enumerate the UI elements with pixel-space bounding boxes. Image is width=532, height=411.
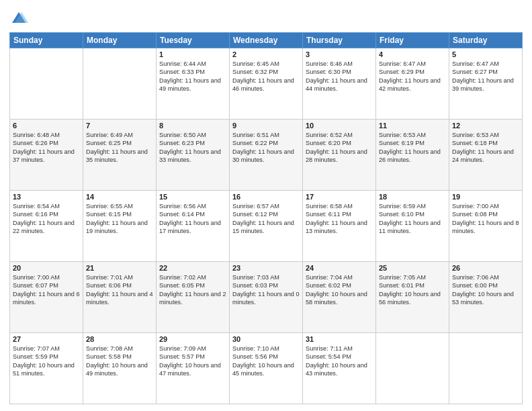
day-number: 15 [159, 193, 226, 201]
calendar-cell: 10Sunrise: 6:52 AM Sunset: 6:20 PM Dayli… [303, 120, 376, 191]
day-number: 6 [13, 122, 80, 130]
cell-info: Sunrise: 7:08 AM Sunset: 5:58 PM Dayligh… [86, 345, 153, 378]
calendar-cell [83, 48, 157, 120]
cell-info: Sunrise: 6:50 AM Sunset: 6:23 PM Dayligh… [159, 131, 226, 165]
cell-info: Sunrise: 6:44 AM Sunset: 6:33 PM Dayligh… [159, 60, 226, 93]
calendar-cell: 18Sunrise: 6:59 AM Sunset: 6:10 PM Dayli… [376, 191, 449, 262]
cell-info: Sunrise: 6:47 AM Sunset: 6:29 PM Dayligh… [379, 60, 446, 93]
calendar-cell: 20Sunrise: 7:00 AM Sunset: 6:07 PM Dayli… [10, 262, 83, 333]
cell-info: Sunrise: 6:51 AM Sunset: 6:22 PM Dayligh… [232, 131, 300, 165]
day-number: 28 [86, 335, 153, 343]
day-number: 26 [452, 264, 519, 272]
cell-info: Sunrise: 6:56 AM Sunset: 6:14 PM Dayligh… [159, 202, 226, 236]
day-number: 17 [306, 193, 373, 201]
cell-info: Sunrise: 6:53 AM Sunset: 6:18 PM Dayligh… [452, 131, 519, 165]
day-number: 24 [306, 264, 373, 272]
day-number: 11 [379, 122, 446, 130]
cell-info: Sunrise: 6:52 AM Sunset: 6:20 PM Dayligh… [306, 131, 373, 165]
calendar-week-4: 20Sunrise: 7:00 AM Sunset: 6:07 PM Dayli… [10, 262, 523, 333]
day-number: 1 [159, 50, 226, 58]
day-header-friday: Friday [376, 33, 449, 48]
calendar-table: SundayMondayTuesdayWednesdayThursdayFrid… [9, 32, 523, 404]
calendar-cell: 15Sunrise: 6:56 AM Sunset: 6:14 PM Dayli… [157, 191, 230, 262]
cell-info: Sunrise: 7:10 AM Sunset: 5:56 PM Dayligh… [232, 345, 300, 378]
cell-info: Sunrise: 7:09 AM Sunset: 5:57 PM Dayligh… [159, 345, 226, 378]
calendar-cell: 27Sunrise: 7:07 AM Sunset: 5:59 PM Dayli… [10, 333, 83, 404]
calendar-week-2: 6Sunrise: 6:48 AM Sunset: 6:26 PM Daylig… [10, 120, 523, 191]
cell-info: Sunrise: 6:59 AM Sunset: 6:10 PM Dayligh… [379, 202, 446, 236]
calendar-cell: 3Sunrise: 6:46 AM Sunset: 6:30 PM Daylig… [303, 48, 376, 120]
logo-icon [9, 9, 28, 28]
calendar-cell: 19Sunrise: 7:00 AM Sunset: 6:08 PM Dayli… [449, 191, 523, 262]
calendar-cell: 9Sunrise: 6:51 AM Sunset: 6:22 PM Daylig… [230, 120, 303, 191]
calendar-cell: 30Sunrise: 7:10 AM Sunset: 5:56 PM Dayli… [230, 333, 303, 404]
calendar-cell: 31Sunrise: 7:11 AM Sunset: 5:54 PM Dayli… [303, 333, 376, 404]
calendar-cell: 12Sunrise: 6:53 AM Sunset: 6:18 PM Dayli… [449, 120, 523, 191]
day-number: 18 [379, 193, 446, 201]
day-header-monday: Monday [83, 33, 157, 48]
cell-info: Sunrise: 7:11 AM Sunset: 5:54 PM Dayligh… [306, 345, 373, 378]
day-header-sunday: Sunday [10, 33, 83, 48]
day-number: 9 [232, 122, 300, 130]
cell-info: Sunrise: 6:55 AM Sunset: 6:15 PM Dayligh… [86, 202, 153, 236]
cell-info: Sunrise: 7:01 AM Sunset: 6:06 PM Dayligh… [86, 273, 153, 307]
calendar-cell: 22Sunrise: 7:02 AM Sunset: 6:05 PM Dayli… [157, 262, 230, 333]
calendar-cell: 17Sunrise: 6:58 AM Sunset: 6:11 PM Dayli… [303, 191, 376, 262]
cell-info: Sunrise: 6:57 AM Sunset: 6:12 PM Dayligh… [232, 202, 300, 236]
day-number: 30 [232, 335, 300, 343]
day-number: 27 [13, 335, 80, 343]
cell-info: Sunrise: 6:54 AM Sunset: 6:16 PM Dayligh… [13, 202, 80, 236]
cell-info: Sunrise: 7:00 AM Sunset: 6:07 PM Dayligh… [13, 273, 80, 307]
day-number: 25 [379, 264, 446, 272]
calendar-cell: 7Sunrise: 6:49 AM Sunset: 6:25 PM Daylig… [83, 120, 157, 191]
day-number: 5 [452, 50, 519, 58]
day-number: 31 [306, 335, 373, 343]
day-header-wednesday: Wednesday [230, 33, 303, 48]
header [9, 7, 523, 28]
cell-info: Sunrise: 6:45 AM Sunset: 6:32 PM Dayligh… [232, 60, 300, 93]
calendar-cell [376, 333, 449, 404]
day-number: 8 [159, 122, 226, 130]
day-number: 2 [232, 50, 300, 58]
calendar-cell: 21Sunrise: 7:01 AM Sunset: 6:06 PM Dayli… [83, 262, 157, 333]
cell-info: Sunrise: 6:46 AM Sunset: 6:30 PM Dayligh… [306, 60, 373, 93]
calendar-cell: 4Sunrise: 6:47 AM Sunset: 6:29 PM Daylig… [376, 48, 449, 120]
calendar-cell [449, 333, 523, 404]
calendar-week-3: 13Sunrise: 6:54 AM Sunset: 6:16 PM Dayli… [10, 191, 523, 262]
day-number: 10 [306, 122, 373, 130]
calendar-week-1: 1Sunrise: 6:44 AM Sunset: 6:33 PM Daylig… [10, 48, 523, 120]
calendar-cell: 1Sunrise: 6:44 AM Sunset: 6:33 PM Daylig… [157, 48, 230, 120]
day-number: 29 [159, 335, 226, 343]
calendar-cell: 16Sunrise: 6:57 AM Sunset: 6:12 PM Dayli… [230, 191, 303, 262]
calendar-cell: 11Sunrise: 6:53 AM Sunset: 6:19 PM Dayli… [376, 120, 449, 191]
cell-info: Sunrise: 6:53 AM Sunset: 6:19 PM Dayligh… [379, 131, 446, 165]
day-number: 21 [86, 264, 153, 272]
cell-info: Sunrise: 7:05 AM Sunset: 6:01 PM Dayligh… [379, 273, 446, 307]
calendar-cell: 28Sunrise: 7:08 AM Sunset: 5:58 PM Dayli… [83, 333, 157, 404]
day-number: 22 [159, 264, 226, 272]
page: SundayMondayTuesdayWednesdayThursdayFrid… [0, 0, 532, 411]
cell-info: Sunrise: 6:49 AM Sunset: 6:25 PM Dayligh… [86, 131, 153, 165]
cell-info: Sunrise: 6:58 AM Sunset: 6:11 PM Dayligh… [306, 202, 373, 236]
day-header-thursday: Thursday [303, 33, 376, 48]
day-number: 20 [13, 264, 80, 272]
cell-info: Sunrise: 7:07 AM Sunset: 5:59 PM Dayligh… [13, 345, 80, 378]
day-number: 23 [232, 264, 300, 272]
calendar-cell: 23Sunrise: 7:03 AM Sunset: 6:03 PM Dayli… [230, 262, 303, 333]
logo [9, 9, 30, 28]
day-number: 4 [379, 50, 446, 58]
day-number: 12 [452, 122, 519, 130]
calendar-cell: 2Sunrise: 6:45 AM Sunset: 6:32 PM Daylig… [230, 48, 303, 120]
day-number: 14 [86, 193, 153, 201]
cell-info: Sunrise: 7:00 AM Sunset: 6:08 PM Dayligh… [452, 202, 519, 236]
cell-info: Sunrise: 7:04 AM Sunset: 6:02 PM Dayligh… [306, 273, 373, 307]
cell-info: Sunrise: 6:48 AM Sunset: 6:26 PM Dayligh… [13, 131, 80, 165]
calendar-cell: 5Sunrise: 6:47 AM Sunset: 6:27 PM Daylig… [449, 48, 523, 120]
calendar-cell: 29Sunrise: 7:09 AM Sunset: 5:57 PM Dayli… [157, 333, 230, 404]
calendar-cell: 6Sunrise: 6:48 AM Sunset: 6:26 PM Daylig… [10, 120, 83, 191]
calendar-cell: 8Sunrise: 6:50 AM Sunset: 6:23 PM Daylig… [157, 120, 230, 191]
calendar-week-5: 27Sunrise: 7:07 AM Sunset: 5:59 PM Dayli… [10, 333, 523, 404]
calendar-cell: 25Sunrise: 7:05 AM Sunset: 6:01 PM Dayli… [376, 262, 449, 333]
day-number: 7 [86, 122, 153, 130]
day-number: 3 [306, 50, 373, 58]
